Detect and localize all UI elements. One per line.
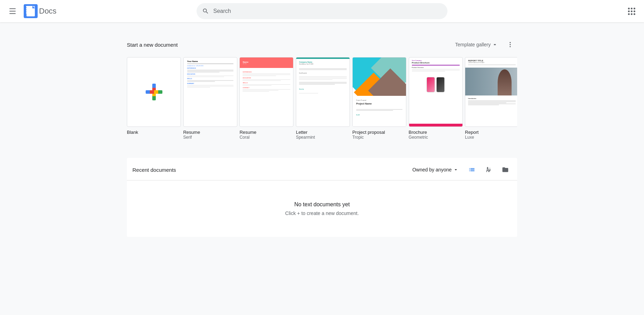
docs-page-icon [26, 6, 35, 16]
template-resume-serif[interactable]: Your Name email@email.com · (555) 555-55… [183, 57, 236, 140]
report-luxe-thumbnail: REPORT TITLE LOREM IPSUM DOLOR SIT AMET … [465, 57, 517, 127]
tropic-shapes [353, 57, 406, 96]
resume-section-more: SUMMARY [187, 83, 233, 84]
template-blank[interactable]: Blank [127, 57, 179, 140]
search-area [75, 3, 569, 19]
template-header: Start a new document Template gallery [127, 38, 517, 52]
tropic-cover: Project Proposal Project Name See All [353, 57, 406, 126]
open-file-picker-button[interactable] [499, 163, 512, 176]
search-input[interactable] [213, 8, 442, 14]
template-report-luxe[interactable]: REPORT TITLE LOREM IPSUM DOLOR SIT AMET … [465, 57, 517, 140]
header-left: Docs [6, 4, 75, 18]
dropdown-arrow-icon [453, 167, 459, 172]
brochure-phones [409, 77, 462, 92]
template-section-title: Start a new document [127, 42, 178, 48]
template-letter-spearmint[interactable]: Company Name Street Address, City, ST 00… [296, 57, 348, 140]
empty-subtitle: Click + to create a new document. [134, 210, 510, 216]
template-resume-serif-subname: Serif [183, 135, 236, 140]
apps-button[interactable] [624, 4, 638, 18]
template-report-label: Report Luxe [465, 130, 517, 140]
report-body: Introduction [465, 95, 517, 108]
resume-section-education: EDUCATION [187, 73, 233, 75]
resume-serif-thumbnail: Your Name email@email.com · (555) 555-55… [183, 57, 237, 127]
docs-logo[interactable]: Docs [24, 4, 56, 18]
template-blank-label: Blank [127, 130, 179, 135]
search-icon [202, 8, 209, 15]
grid-icon [628, 8, 635, 15]
report-header-area: REPORT TITLE LOREM IPSUM DOLOR SIT AMET [465, 57, 517, 68]
more-options-button[interactable] [503, 38, 517, 52]
folder-icon [502, 166, 509, 173]
project-proposal-thumbnail: Project Proposal Project Name See All [352, 57, 406, 127]
template-brochure-name: Brochure [409, 130, 461, 135]
template-resume-coral[interactable]: Name Job Title EXPERIENCE EDUCATION SKIL… [239, 57, 292, 140]
template-gallery-button[interactable]: Template gallery [452, 40, 500, 49]
header-right [569, 4, 638, 18]
template-resume-coral-name: Resume [239, 130, 292, 135]
report-figure [498, 69, 512, 95]
recent-header: Recent documents Owned by anyone [127, 158, 517, 180]
brochure-top: Your Company Product Brochure Product Ov… [409, 57, 462, 74]
recent-controls: Owned by anyone [409, 163, 512, 176]
template-letter-name: Letter [296, 130, 348, 135]
owned-by-label: Owned by anyone [412, 167, 452, 172]
more-vert-icon [507, 41, 514, 48]
app-name: Docs [39, 7, 56, 16]
svg-point-1 [509, 44, 511, 45]
template-resume-coral-subname: Coral [239, 135, 292, 140]
phone-dark [436, 77, 445, 92]
template-report-name: Report [465, 130, 517, 135]
resume-section-experience: EXPERIENCE [187, 67, 233, 69]
template-project-subname: Tropic [352, 135, 405, 140]
docs-app-icon [24, 4, 38, 18]
blank-thumbnail [127, 57, 181, 127]
coral-body: EXPERIENCE EDUCATION SKILLS CONTACT [240, 68, 293, 94]
template-brochure-geometric[interactable]: Your Company Product Brochure Product Ov… [409, 57, 461, 140]
template-resume-serif-label: Resume Serif [183, 130, 236, 140]
resume-coral-thumbnail: Name Job Title EXPERIENCE EDUCATION SKIL… [239, 57, 293, 127]
template-brochure-subname: Geometric [409, 135, 461, 140]
resume-divider [187, 63, 233, 64]
expand-collapse-icon [492, 42, 498, 47]
brochure-geometric-thumbnail: Your Company Product Brochure Product Ov… [409, 57, 463, 127]
template-gallery-label: Template gallery [455, 42, 491, 47]
template-letter-spearmint-label: Letter Spearmint [296, 130, 348, 140]
hamburger-icon [9, 8, 16, 14]
spearmint-body: Dear [Recipient], Sincerely, [296, 68, 350, 96]
resume-contact: email@email.com · (555) 555-5555 [187, 65, 233, 67]
template-report-subname: Luxe [465, 135, 517, 140]
main-content: Start a new document Template gallery [113, 22, 531, 245]
recent-section: Recent documents Owned by anyone [127, 158, 517, 237]
svg-point-2 [509, 46, 511, 47]
template-header-controls: Template gallery [452, 38, 517, 52]
template-project-proposal-tropic[interactable]: Project Proposal Project Name See All Pr… [352, 57, 405, 140]
empty-title: No text documents yet [134, 201, 510, 208]
template-brochure-label: Brochure Geometric [409, 130, 461, 140]
template-letter-subname: Spearmint [296, 135, 348, 140]
empty-state: No text documents yet Click + to create … [127, 180, 517, 237]
search-bar[interactable] [197, 3, 447, 19]
template-project-proposal-label: Project proposal Tropic [352, 130, 405, 140]
brochure-accent-bar [409, 124, 462, 126]
template-section: Start a new document Template gallery [127, 31, 517, 147]
template-blank-name: Blank [127, 130, 179, 135]
recent-title: Recent documents [132, 167, 176, 173]
sort-button[interactable] [482, 163, 495, 176]
plus-icon [146, 84, 162, 100]
tropic-bottom: Project Proposal Project Name See All [353, 96, 406, 119]
phone-pink [427, 77, 435, 92]
app-header: Docs [0, 0, 644, 22]
coral-header: Name Job Title [240, 57, 293, 68]
template-project-name: Project proposal [352, 130, 405, 135]
template-resume-coral-label: Resume Coral [239, 130, 292, 140]
menu-button[interactable] [6, 4, 20, 18]
svg-point-0 [509, 42, 511, 43]
letter-spearmint-thumbnail: Company Name Street Address, City, ST 00… [296, 57, 350, 127]
resume-name-placeholder: Your Name [187, 60, 233, 62]
templates-grid: Blank Your Name email@email.com · (555) … [127, 57, 517, 140]
report-image [465, 68, 517, 95]
list-view-button[interactable] [466, 163, 478, 176]
sort-az-icon [485, 166, 492, 173]
list-view-icon [468, 166, 475, 173]
owned-by-button[interactable]: Owned by anyone [409, 165, 461, 175]
